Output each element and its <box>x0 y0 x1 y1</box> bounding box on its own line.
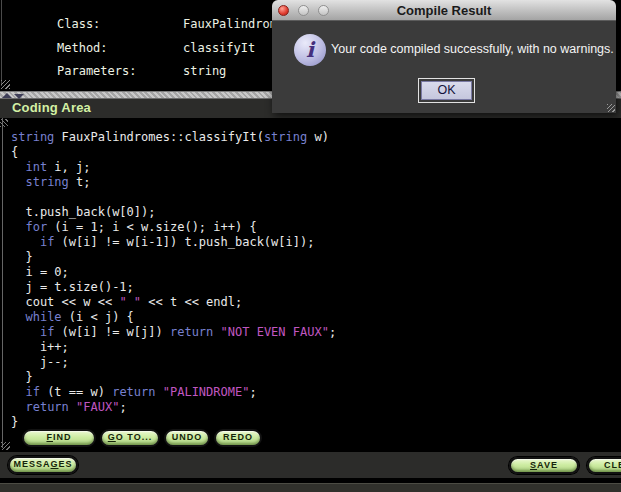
code-line: if (w[i] != w[j]) return "NOT EVEN FAUX"… <box>11 325 336 340</box>
code-line: } <box>11 250 336 265</box>
code-content[interactable]: string FauxPalindromes::classifyIt(strin… <box>11 130 336 430</box>
code-line: for (i = 1; i < w.size(); i++) { <box>11 220 336 235</box>
minimize-button <box>298 5 309 16</box>
arena-window: Class: FauxPalindromes Method: classifyI… <box>0 0 621 492</box>
coding-area-title: Coding Area <box>12 100 91 115</box>
code-line: return "FAUX"; <box>11 400 336 415</box>
code-line: i++; <box>11 340 336 355</box>
code-line: } <box>11 370 336 385</box>
code-line: cout << w << " " << t << endl; <box>11 295 336 310</box>
code-line: string t; <box>11 175 336 190</box>
code-line: t.push_back(w[0]); <box>11 205 336 220</box>
messages-button[interactable]: Messages <box>8 456 78 474</box>
class-label: Class: <box>57 17 100 31</box>
dialog-resize-grip[interactable] <box>607 104 615 112</box>
code-line: while (i < j) { <box>11 310 336 325</box>
goto-button[interactable]: Go to... <box>100 429 160 447</box>
find-button[interactable]: Find <box>22 429 96 447</box>
code-line: { <box>11 145 336 160</box>
redo-button[interactable]: Redo <box>214 429 262 447</box>
dialog-message: Your code compiled successfully, with no… <box>331 42 614 56</box>
code-line: string FauxPalindromes::classifyIt(strin… <box>11 130 336 145</box>
code-line: if (t == w) return "PALINDROME"; <box>11 385 336 400</box>
parameters-label: Parameters: <box>57 64 136 78</box>
ok-button-focus-ring: OK <box>418 78 475 103</box>
compile-result-dialog: Compile Result i Your code compiled succ… <box>272 0 616 113</box>
zoom-button <box>318 5 329 16</box>
editor-corner-grip <box>0 119 8 127</box>
code-line: j = t.size()-1; <box>11 280 336 295</box>
code-line: if (w[i] != w[i-1]) t.push_back(w[i]); <box>11 235 336 250</box>
status-strip <box>0 483 621 492</box>
clear-button[interactable]: Clear <box>587 457 621 474</box>
dialog-body: i Your code compiled successfully, with … <box>272 21 616 113</box>
bottom-toolbar: Messages Save Clear <box>0 452 621 478</box>
panel-resize-grip[interactable] <box>1 80 10 89</box>
code-line: } <box>11 415 336 430</box>
code-line: j--; <box>11 355 336 370</box>
info-icon: i <box>294 34 326 66</box>
dialog-titlebar[interactable]: Compile Result <box>272 0 616 21</box>
code-line <box>11 190 336 205</box>
close-button[interactable] <box>278 5 289 16</box>
ok-button[interactable]: OK <box>421 81 472 100</box>
code-editor[interactable]: string FauxPalindromes::classifyIt(strin… <box>0 118 621 448</box>
save-button[interactable]: Save <box>509 457 579 474</box>
collapse-up-icon[interactable] <box>2 93 12 98</box>
code-line: i = 0; <box>11 265 336 280</box>
undo-button[interactable]: Undo <box>164 429 210 447</box>
parameters-value: string <box>183 64 226 78</box>
editor-resize-grip[interactable] <box>1 442 10 450</box>
method-label: Method: <box>57 41 108 55</box>
code-line: int i, j; <box>11 160 336 175</box>
method-value: classifyIt <box>183 41 255 55</box>
